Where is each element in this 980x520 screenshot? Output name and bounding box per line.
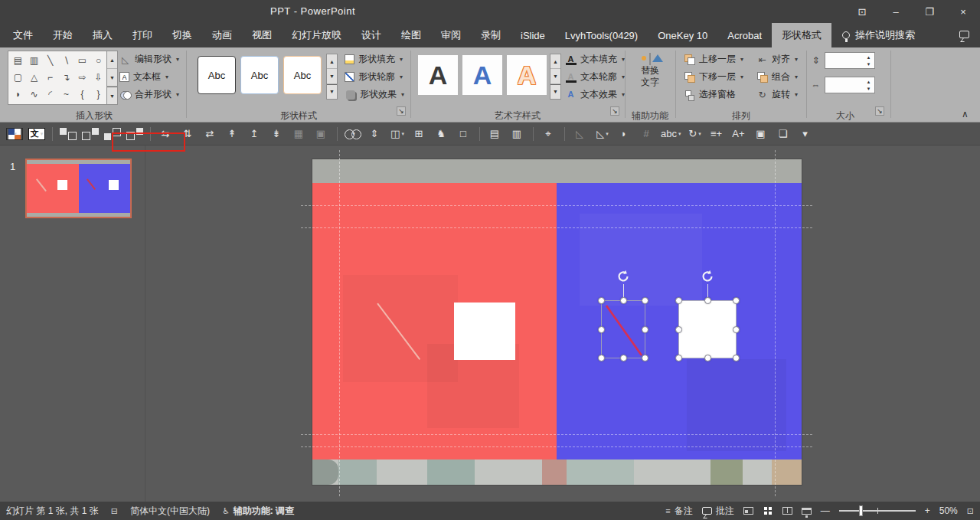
align-bottom-icon[interactable]: ⇟ <box>269 126 286 142</box>
selection-handle[interactable] <box>642 355 648 361</box>
edit-points-icon[interactable]: ◺▾ <box>594 126 611 142</box>
shape-styles-dialog-launcher[interactable]: ↘ <box>397 106 406 116</box>
text-effects-button[interactable]: A 文本效果 ▾ <box>565 86 625 103</box>
freeform-icon[interactable]: ◗ <box>616 126 633 142</box>
bring-forward-button[interactable]: 上移一层 ▾ <box>684 51 743 68</box>
gallery-more-icon[interactable]: ▼ <box>107 87 117 104</box>
selection-handle[interactable] <box>620 297 627 304</box>
horizontal-guide[interactable] <box>301 446 812 447</box>
send-backward-button[interactable]: 下移一层 ▾ <box>684 68 743 86</box>
fit-to-window-icon[interactable]: ⊡ <box>967 506 974 516</box>
align-top-icon[interactable]: ↟ <box>224 126 241 142</box>
shape-gallery-scroll[interactable]: ▲ ▼ ▼ <box>106 51 118 105</box>
tab-slideshow[interactable]: 幻灯片放映 <box>282 23 351 47</box>
accessibility-status[interactable]: ♿ 辅助功能: 调查 <box>222 505 294 518</box>
spin-down-icon[interactable]: ▼ <box>864 61 874 67</box>
tab-record[interactable]: 录制 <box>471 23 511 47</box>
cube-3d-icon[interactable]: □ <box>456 126 472 142</box>
shape-gallery-item[interactable]: ◜ <box>42 86 58 103</box>
frame-tool-icon[interactable]: ▣ <box>753 126 769 142</box>
tab-file[interactable]: 文件 <box>3 23 43 47</box>
tab-acrobat[interactable]: Acrobat <box>717 23 772 47</box>
gallery-more-icon[interactable]: ▼ <box>550 84 560 99</box>
selection-handle[interactable] <box>675 355 682 361</box>
selection-handle[interactable] <box>733 326 740 333</box>
close-button[interactable]: × <box>946 0 980 23</box>
scroll-down-icon[interactable]: ▼ <box>107 69 117 87</box>
swap-icon[interactable]: ⇄ <box>202 126 219 142</box>
horizontal-guide[interactable] <box>301 205 812 206</box>
layers-icon[interactable]: ❏ <box>775 126 792 142</box>
group-button[interactable]: 组合 ▾ <box>756 68 798 86</box>
shape-width-input[interactable]: ▲▼ <box>825 77 875 93</box>
ribbon-display-options-icon[interactable]: ⊡ <box>845 0 879 23</box>
shape-gallery-item[interactable]: ↴ <box>58 69 74 86</box>
rotate-button[interactable]: ↻ 旋转 ▾ <box>756 86 798 103</box>
alt-text-button[interactable]: 替换 文字 <box>630 54 670 88</box>
theme-colors-icon[interactable]: ▾ <box>6 128 23 140</box>
rotation-handle[interactable] <box>616 269 631 284</box>
edit-shape-button[interactable]: ◺ 编辑形状 ▾ <box>119 51 179 68</box>
selection-handle[interactable] <box>675 297 682 304</box>
zoom-slider[interactable] <box>839 510 916 512</box>
tab-home[interactable]: 开始 <box>43 23 83 47</box>
shape-style-preset-2[interactable]: Abc <box>240 56 279 94</box>
shape-gallery-item[interactable]: ◗ <box>10 86 26 103</box>
wordart-scroll[interactable]: ▲ ▼ ▼ <box>550 54 561 100</box>
minimize-button[interactable]: – <box>879 0 913 23</box>
select-objects-icon[interactable]: ⌖ <box>541 126 557 142</box>
shape-effects-button[interactable]: 形状效果 ▾ <box>345 86 404 103</box>
edit-shape-icon[interactable]: ◺ <box>572 126 589 142</box>
add-lines-icon[interactable]: ≡+ <box>708 126 725 142</box>
shape-gallery-item[interactable]: ⌐ <box>42 69 58 86</box>
zoom-out-button[interactable]: — <box>821 505 830 516</box>
copy-position-icon[interactable]: ⊞ <box>411 126 428 142</box>
toolbar-icon[interactable] <box>479 127 480 141</box>
tab-lvyhtools[interactable]: LvyhTools(0429) <box>555 23 648 47</box>
selection-pane-button[interactable]: 选择窗格 <box>684 86 743 103</box>
shape-gallery-item[interactable]: ▢ <box>10 69 26 86</box>
language-status[interactable]: 简体中文(中国大陆) <box>130 505 210 518</box>
white-square-shape-left[interactable] <box>454 303 515 360</box>
selection-handle[interactable] <box>598 326 605 333</box>
tell-me-search[interactable]: 操作说明搜索 <box>831 23 926 47</box>
shape-gallery-item[interactable]: ⇩ <box>90 69 106 86</box>
add-text-icon[interactable]: A+ <box>730 126 747 142</box>
selection-handle[interactable] <box>598 355 605 361</box>
display-settings-icon[interactable]: ⊟ <box>111 506 118 516</box>
shape-height-input[interactable]: ▲▼ <box>825 52 875 69</box>
align-button[interactable]: ⇤ 对齐 ▾ <box>756 51 798 68</box>
combine-shapes-icon[interactable]: ◫▾ <box>389 126 406 142</box>
spin-up-icon[interactable]: ▲ <box>864 54 874 61</box>
selection-handle[interactable] <box>675 326 682 333</box>
scroll-down-icon[interactable]: ▼ <box>550 69 560 83</box>
tab-design[interactable]: 设计 <box>351 23 391 47</box>
shape-gallery-item[interactable]: ~ <box>58 86 74 103</box>
horizontal-guide[interactable] <box>301 227 812 228</box>
shape-style-preset-3[interactable]: Abc <box>283 56 322 94</box>
toolbar-icon[interactable] <box>337 127 338 141</box>
merge-shapes-button[interactable]: 合并形状 ▾ <box>119 86 179 103</box>
comments-panel-icon[interactable] <box>959 31 969 38</box>
scroll-up-icon[interactable]: ▲ <box>327 54 337 69</box>
selection-handle[interactable] <box>642 326 648 333</box>
selection-handle[interactable] <box>620 355 627 361</box>
text-fill-button[interactable]: A 文本填充 ▾ <box>565 51 625 68</box>
shape-fill-button[interactable]: 形状填充 ▾ <box>345 51 404 68</box>
reading-view-icon[interactable] <box>782 507 792 515</box>
wordart-preset-1[interactable]: A <box>418 55 458 95</box>
shape-gallery-item[interactable]: △ <box>26 69 42 86</box>
slide-sorter-view-icon[interactable] <box>764 507 767 510</box>
shape-gallery-item[interactable]: { <box>74 86 90 103</box>
tab-islide[interactable]: iSlide <box>511 23 555 47</box>
wordart-dialog-launcher[interactable]: ↘ <box>610 106 619 116</box>
horizontal-guide[interactable] <box>301 434 812 435</box>
toolbar-icon[interactable] <box>52 127 53 141</box>
red-rectangle-shape[interactable] <box>312 183 557 459</box>
send-to-back-icon[interactable] <box>82 128 99 140</box>
tab-transitions[interactable]: 切换 <box>162 23 202 47</box>
selection-handle[interactable] <box>704 297 711 304</box>
shape-gallery-item[interactable]: ▭ <box>74 52 90 69</box>
tab-review[interactable]: 审阅 <box>431 23 471 47</box>
zoom-in-button[interactable]: + <box>925 505 930 516</box>
